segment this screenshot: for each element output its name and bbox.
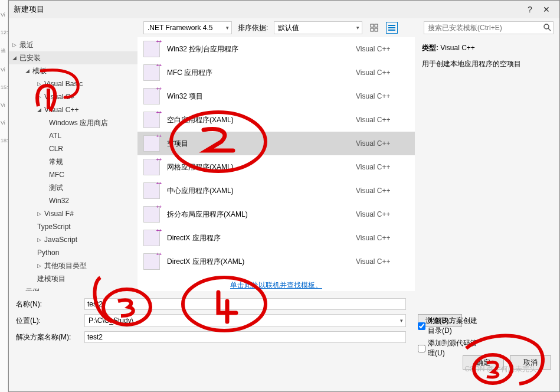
template-icon xyxy=(143,64,160,81)
template-list: Win32 控制台应用程序Visual C++ MFC 应用程序Visual C… xyxy=(137,37,415,291)
template-icon xyxy=(143,253,160,270)
close-button[interactable]: ✕ xyxy=(538,5,555,14)
svg-rect-3 xyxy=(375,28,378,31)
template-item-2[interactable]: Win32 项目Visual C++ xyxy=(137,84,415,108)
svg-rect-2 xyxy=(371,28,374,31)
template-icon xyxy=(143,206,160,223)
location-combo[interactable]: P:\C\C_Study\ xyxy=(84,314,406,327)
search-input[interactable] xyxy=(424,21,554,34)
template-icon xyxy=(143,41,160,57)
type-label: 类型: xyxy=(422,44,438,52)
template-item-1[interactable]: MFC 应用程序Visual C++ xyxy=(137,61,415,84)
sidebar-item-win32[interactable]: Win32 xyxy=(9,194,137,207)
svg-point-7 xyxy=(544,24,549,29)
template-icon xyxy=(143,182,160,199)
titlebar: 新建项目 ? ✕ xyxy=(9,1,559,18)
sidebar-item-general[interactable]: 常规 xyxy=(9,155,137,168)
location-label: 位置(L): xyxy=(16,316,80,326)
template-item-7[interactable]: 拆分布局应用程序(XAML)Visual C++ xyxy=(137,202,415,226)
solution-input[interactable] xyxy=(84,331,406,343)
svg-rect-0 xyxy=(371,24,374,27)
template-icon xyxy=(143,159,160,175)
create-dir-checkbox[interactable]: 为解决方案创建目录(D) xyxy=(418,316,482,336)
name-label: 名称(N): xyxy=(16,299,80,309)
template-item-9[interactable]: DirectX 应用程序(XAML)Visual C++ xyxy=(137,250,415,273)
sidebar-item-mfc[interactable]: MFC xyxy=(9,168,137,181)
template-description: 用于创建本地应用程序的空项目 xyxy=(422,59,552,69)
template-item-4-selected[interactable]: 空项目Visual C++ xyxy=(137,132,415,155)
template-item-8[interactable]: DirectX 应用程序Visual C++ xyxy=(137,226,415,250)
sidebar-recent[interactable]: ▷最近 xyxy=(9,38,137,51)
framework-combo[interactable]: .NET Framework 4.5 xyxy=(143,21,232,34)
search-icon xyxy=(543,23,551,33)
name-input[interactable] xyxy=(84,298,406,310)
toolbar: .NET Framework 4.5 排序依据: 默认值 xyxy=(9,18,559,37)
template-item-0[interactable]: Win32 控制台应用程序Visual C++ xyxy=(137,37,415,61)
svg-rect-1 xyxy=(375,24,378,27)
sort-label: 排序依据: xyxy=(238,23,268,33)
type-value: Visual C++ xyxy=(440,44,474,52)
details-pane: 类型: Visual C++ 用于创建本地应用程序的空项目 xyxy=(415,37,559,291)
background-strip: Vi12:当Vi15:ViVi18: xyxy=(0,0,8,392)
sort-combo[interactable]: 默认值 xyxy=(274,21,362,34)
sidebar-item-ts[interactable]: TypeScript xyxy=(9,220,137,233)
sidebar-installed[interactable]: ◢已安装 xyxy=(9,51,137,64)
sidebar-item-cpp[interactable]: ◢Visual C++ xyxy=(9,103,137,116)
sidebar-item-py[interactable]: Python xyxy=(9,246,137,259)
svg-line-8 xyxy=(548,28,551,31)
sidebar-item-js[interactable]: ▷JavaScript xyxy=(9,233,137,246)
sidebar-item-cs[interactable]: ▷Visual C# xyxy=(9,90,137,103)
sidebar: ▷最近 ◢已安装 ◢模板 ▷Visual Basic ▷Visual C# ◢V… xyxy=(9,37,137,291)
new-project-dialog: 新建项目 ? ✕ .NET Framework 4.5 排序依据: 默认值 ▷最… xyxy=(8,0,560,392)
view-list-icon[interactable] xyxy=(386,22,398,34)
template-item-6[interactable]: 中心应用程序(XAML)Visual C++ xyxy=(137,179,415,202)
sidebar-item-vb[interactable]: ▷Visual Basic xyxy=(9,77,137,90)
sidebar-item-winstore[interactable]: Windows 应用商店 xyxy=(9,116,137,129)
sidebar-item-other[interactable]: ▷其他项目类型 xyxy=(9,259,137,272)
view-large-icon[interactable] xyxy=(368,22,380,34)
search-box[interactable] xyxy=(424,21,554,34)
template-icon xyxy=(143,230,160,246)
help-button[interactable]: ? xyxy=(522,5,538,14)
template-icon xyxy=(143,88,160,104)
template-item-3[interactable]: 空白应用程序(XAML)Visual C++ xyxy=(137,108,415,132)
template-item-5[interactable]: 网格应用程序(XAML)Visual C++ xyxy=(137,155,415,179)
sidebar-templates[interactable]: ◢模板 xyxy=(9,64,137,77)
sidebar-item-clr[interactable]: CLR xyxy=(9,142,137,155)
template-icon xyxy=(143,112,160,128)
sidebar-item-atl[interactable]: ATL xyxy=(9,129,137,142)
sidebar-item-fs[interactable]: ▷Visual F# xyxy=(9,207,137,220)
sidebar-item-model[interactable]: 建模项目 xyxy=(9,272,137,285)
form-area: 名称(N): 位置(L): P:\C\C_Study\ 浏览(B)... 解决方… xyxy=(9,291,559,350)
template-icon xyxy=(143,135,160,152)
sidebar-sample[interactable]: 示例 xyxy=(9,285,137,291)
solution-label: 解决方案名称(M): xyxy=(16,332,80,342)
sidebar-item-test[interactable]: 测试 xyxy=(9,181,137,194)
online-link[interactable]: 单击此处以联机并查找模板。 xyxy=(137,273,415,291)
watermark: CSDN @牛何尚未完头 xyxy=(464,364,536,374)
window-title: 新建项目 xyxy=(14,4,522,15)
